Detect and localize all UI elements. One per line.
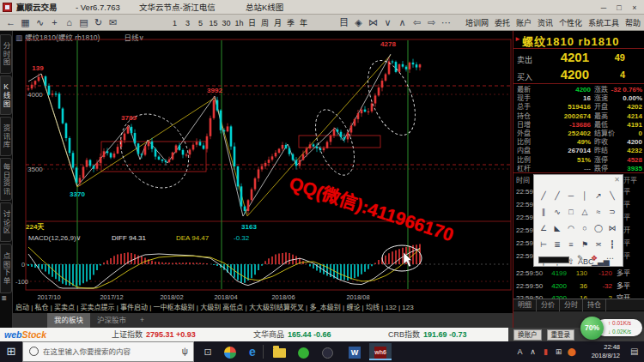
minimize-button[interactable]: ─: [596, 1, 611, 15]
period-button-5[interactable]: 5: [194, 15, 207, 32]
drawing-tools-palette[interactable]: ✕ ╱╱─│↗╲∥∿□△≈⊃∠◣◠○◯⋈⊢≣≡⚑≍┇┆┊⇧ABC▁▃▅ ✎ ❖ …: [533, 174, 623, 267]
draw-tool-icon[interactable]: ─: [564, 190, 578, 202]
draw-tool-icon[interactable]: ⊢: [537, 238, 550, 251]
draw-tool-icon[interactable]: ∿: [550, 206, 564, 219]
notification-center-icon[interactable]: ▤: [630, 341, 638, 362]
more-tools-icon[interactable]: ⋯: [606, 254, 614, 262]
line-color-swatch[interactable]: [538, 256, 569, 263]
contract-name[interactable]: 螺纹1810 rb1810: [522, 33, 619, 49]
draw-tool-icon[interactable]: ≍: [592, 238, 605, 251]
sidebar-tab[interactable]: 资讯库: [0, 117, 12, 156]
menu-item[interactable]: 个性化: [559, 15, 582, 32]
sidebar-tab[interactable]: K线图: [0, 75, 12, 115]
grid-icon[interactable]: ▦: [18, 15, 33, 31]
sidebar-tab[interactable]: 每日资讯: [0, 158, 12, 201]
menu-item[interactable]: 资讯: [538, 15, 553, 32]
draw-tool-icon[interactable]: ↗: [592, 190, 605, 202]
bid-price[interactable]: 4200: [538, 67, 589, 81]
draw-tool-icon[interactable]: □: [564, 206, 578, 219]
tick-line-icon[interactable]: ∿: [33, 15, 47, 31]
draw-tool-icon[interactable]: ╱: [537, 190, 550, 202]
collapse-icon[interactable]: ∨: [380, 15, 395, 31]
draw-tool-icon[interactable]: ◠: [564, 222, 578, 235]
draw-tool-icon[interactable]: ∥: [537, 206, 550, 219]
draw-tool-icon[interactable]: ≡: [564, 238, 578, 251]
next-icon[interactable]: ⇨: [424, 15, 439, 31]
period-button-年[interactable]: 年: [297, 15, 310, 32]
period-button-月[interactable]: 月: [271, 15, 284, 32]
antivirus-icon[interactable]: [292, 343, 314, 360]
session-button[interactable]: 换账户: [513, 329, 542, 341]
search-input[interactable]: 在这里输入你要搜索的内容 ψ: [22, 341, 194, 362]
draw-tool-icon[interactable]: ∠: [537, 222, 550, 235]
ie-browser-icon[interactable]: e: [241, 343, 264, 360]
taskbar-clock[interactable]: 22:48 2018/8/12: [586, 343, 620, 360]
draw-tool-icon[interactable]: ┇: [605, 238, 619, 251]
list-icon[interactable]: 目: [337, 15, 351, 31]
start-button[interactable]: ⊞: [0, 341, 22, 362]
sync-tray-icon[interactable]: ⊞: [552, 341, 565, 362]
tick-tab[interactable]: 分时: [560, 299, 583, 311]
ask-price[interactable]: 4201: [538, 50, 589, 64]
draw-tool-icon[interactable]: ◯: [592, 222, 605, 235]
color-picker-icon[interactable]: ❖: [591, 254, 598, 262]
menu-item[interactable]: 培训网: [465, 15, 489, 32]
sidebar-tab[interactable]: 点图下单: [0, 244, 12, 293]
security-tray-icon[interactable]: ▮: [539, 341, 552, 362]
period-button-季[interactable]: 季: [284, 15, 297, 32]
period-button-周[interactable]: 周: [258, 15, 271, 32]
session-button[interactable]: 重登录: [547, 329, 575, 341]
draw-tool-icon[interactable]: ⋈: [605, 222, 619, 235]
index-quote[interactable]: 上证指数2795.31 +0.93: [112, 328, 196, 341]
kline-chart-canvas[interactable]: 400035000-10013937893992427833703163224天…: [13, 31, 513, 300]
block-tab[interactable]: 沪深股市: [90, 313, 133, 328]
menu-item[interactable]: 账户: [516, 15, 532, 32]
save-icon[interactable]: ▤: [76, 15, 91, 31]
mail-icon[interactable]: ✉: [106, 15, 120, 31]
brush-icon[interactable]: ✎: [577, 254, 584, 262]
period-button-15[interactable]: 15: [207, 15, 220, 32]
input-method-icon[interactable]: A: [513, 341, 526, 362]
close-button[interactable]: ×: [627, 1, 642, 15]
compare-icon[interactable]: ⋈: [366, 15, 380, 31]
file-explorer-icon[interactable]: [268, 343, 290, 360]
refresh-icon[interactable]: ↻: [91, 15, 106, 31]
draw-tool-icon[interactable]: ≣: [550, 238, 564, 251]
diamond-icon[interactable]: ◈: [351, 15, 366, 31]
qq-tray-icon[interactable]: ⬤: [565, 341, 578, 362]
browser-pinwheel-icon[interactable]: [219, 343, 241, 360]
back-icon[interactable]: ←: [3, 15, 18, 31]
add-icon[interactable]: +: [47, 15, 62, 31]
draw-tool-icon[interactable]: ⊃: [605, 206, 619, 219]
tick-tab[interactable]: 持仓: [583, 299, 606, 311]
tick-tab[interactable]: 分价: [537, 299, 560, 311]
block-tab[interactable]: 我的板块: [47, 313, 90, 328]
more-icon[interactable]: ⋯: [439, 15, 453, 31]
period-button-30[interactable]: 30: [220, 15, 233, 32]
draw-tool-icon[interactable]: ≈: [592, 206, 605, 219]
period-button-1h[interactable]: 1h: [233, 15, 246, 32]
menu-item[interactable]: 系统工具: [588, 15, 619, 32]
microphone-icon[interactable]: ψ: [182, 342, 188, 361]
draw-tool-icon[interactable]: │: [578, 190, 592, 202]
maximize-button[interactable]: □: [611, 1, 627, 15]
word-app-icon[interactable]: W: [343, 343, 366, 360]
sidebar-menu-icon[interactable]: ≡: [2, 293, 7, 303]
draw-tool-icon[interactable]: ╱: [550, 190, 564, 202]
prev-icon[interactable]: ⇦: [410, 15, 424, 31]
period-button-1[interactable]: 1: [168, 15, 181, 32]
draw-tool-icon[interactable]: ⚑: [578, 238, 592, 251]
tray-expand-icon[interactable]: ∧: [526, 341, 539, 362]
task-view-button[interactable]: ⊡: [199, 341, 216, 362]
menu-item[interactable]: 委托: [495, 15, 510, 32]
tick-tab[interactable]: 明细: [513, 299, 537, 311]
memory-speedball[interactable]: 70%: [580, 317, 604, 340]
sidebar-tab[interactable]: 分时图: [0, 34, 12, 74]
index-quote[interactable]: CRB指数191.69 -0.73: [388, 328, 467, 341]
trading-app-icon[interactable]: wh6: [369, 343, 392, 360]
index-quote[interactable]: 文华商品165.44 -0.66: [253, 328, 331, 341]
indicator-links-row[interactable]: 启动 | 私仓 | 买卖点 | 买卖点提示 | 事件启动 | 一中枢本级别 | …: [15, 302, 509, 311]
draw-tool-icon[interactable]: ○: [578, 222, 592, 235]
draw-tool-icon[interactable]: △: [578, 206, 592, 219]
draw-tool-icon[interactable]: ╲: [605, 190, 619, 202]
